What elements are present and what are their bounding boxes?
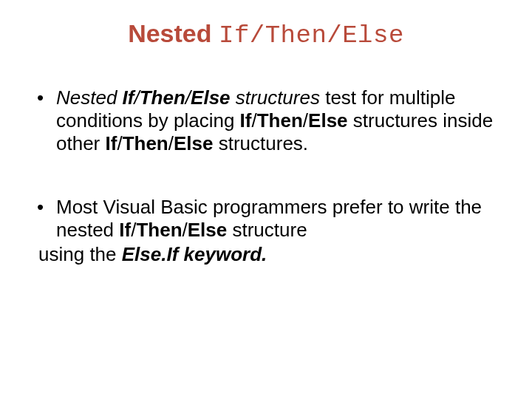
text: If: [106, 132, 117, 154]
text: /: [185, 86, 191, 109]
text: /: [252, 109, 257, 132]
text: /: [183, 219, 188, 241]
text: Then: [136, 219, 182, 241]
title-word-nested: Nested: [128, 19, 219, 47]
text: structure: [227, 219, 307, 241]
text: using the: [38, 243, 122, 265]
bullet-1: Nested If/Then/Else structures test for …: [37, 86, 495, 156]
text: Then: [123, 132, 168, 154]
text: If: [240, 109, 252, 132]
bullet-2-line2: using the Else.If keyword.: [38, 243, 495, 266]
text: /: [134, 86, 140, 109]
slide-title: Nested If/Then/Else: [37, 19, 495, 50]
text: If: [123, 86, 134, 109]
text: Else: [188, 219, 228, 241]
text: Else: [191, 86, 231, 109]
text: If: [119, 219, 131, 241]
text: structures: [231, 86, 320, 109]
text: Else.If keyword.: [122, 243, 267, 265]
text: Nested: [56, 86, 123, 109]
title-code-ifthenelse: If/Then/Else: [219, 21, 404, 50]
bullet-list: Nested If/Then/Else structures test for …: [37, 86, 495, 266]
text: /: [117, 132, 122, 154]
text: structures.: [213, 132, 308, 154]
text: Else: [174, 132, 214, 154]
bullet-2: Most Visual Basic programmers prefer to …: [37, 196, 495, 267]
text: /: [168, 132, 174, 154]
text: Else: [308, 109, 348, 132]
text: Then: [257, 109, 303, 132]
text: /: [303, 109, 308, 132]
text: Then: [140, 86, 185, 109]
